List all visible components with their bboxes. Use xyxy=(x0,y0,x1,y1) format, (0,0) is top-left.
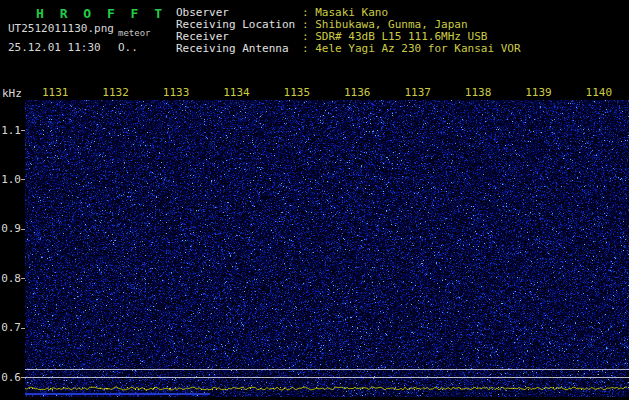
hrofft-screenshot: H R O F F T UT2512011130.png meteor 25.1… xyxy=(0,0,629,400)
reference-line-lower xyxy=(25,377,629,378)
meteor-annotation: meteor xyxy=(118,28,151,38)
y-tick-label: 0.6 xyxy=(0,371,21,384)
status-text: O.. xyxy=(118,41,138,54)
x-tick-label: 1132 xyxy=(85,86,145,99)
app-title: H R O F F T xyxy=(36,6,166,21)
x-axis-labels: 1131 1132 1133 1134 1135 1136 1137 1138 … xyxy=(25,86,629,99)
reference-line-upper xyxy=(25,369,629,370)
y-axis-unit: kHz xyxy=(2,87,22,100)
x-tick-label: 1134 xyxy=(206,86,266,99)
observation-datetime: 25.12.01 11:30 xyxy=(8,41,101,54)
y-tick-label: 0.8 xyxy=(0,272,21,285)
x-tick-label: 1140 xyxy=(569,86,629,99)
x-tick-label: 1136 xyxy=(327,86,387,99)
info-row-antenna: Receiving Antenna: 4ele Yagi Az 230 for … xyxy=(176,43,521,55)
y-tick-label: 0.9 xyxy=(0,222,21,235)
x-tick-label: 1139 xyxy=(508,86,568,99)
y-tick-label: 1.0 xyxy=(0,173,21,186)
x-tick-label: 1137 xyxy=(387,86,447,99)
y-tick-label: 0.7 xyxy=(0,321,21,334)
info-label: Receiving Antenna xyxy=(176,43,302,55)
spectrogram-canvas xyxy=(25,100,629,397)
output-filename: UT2512011130.png xyxy=(8,22,114,35)
x-tick-label: 1135 xyxy=(267,86,327,99)
x-tick-label: 1138 xyxy=(448,86,508,99)
x-tick-label: 1133 xyxy=(146,86,206,99)
x-tick-label: 1131 xyxy=(25,86,85,99)
station-info: Observer: Masaki Kano Receiving Location… xyxy=(176,7,521,55)
info-value: : 4ele Yagi Az 230 for Kansai VOR xyxy=(302,42,521,55)
y-tick-label: 1.1 xyxy=(0,124,21,137)
